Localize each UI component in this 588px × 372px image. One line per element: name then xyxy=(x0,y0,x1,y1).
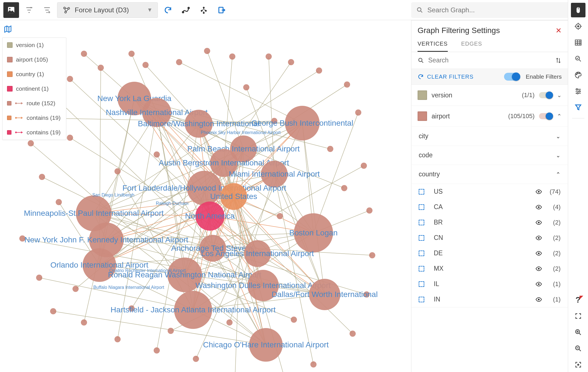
graph-node[interactable] xyxy=(344,81,350,88)
checkbox[interactable] xyxy=(419,297,424,302)
palette-button[interactable] xyxy=(571,68,585,82)
graph-node[interactable] xyxy=(341,185,347,191)
filter-toggle[interactable] xyxy=(539,113,552,119)
eye-icon[interactable] xyxy=(535,235,542,241)
graph-node[interactable] xyxy=(249,328,283,362)
graph-node[interactable] xyxy=(266,53,272,60)
tab-edges[interactable]: EDGES xyxy=(461,41,482,52)
filter-value-row[interactable]: DE (2) xyxy=(411,245,568,261)
refresh-icon[interactable] xyxy=(418,74,424,80)
help-button[interactable]: ?◤ xyxy=(571,293,585,307)
graph-node[interactable] xyxy=(36,275,42,281)
graph-node[interactable] xyxy=(195,202,224,231)
graph-node[interactable] xyxy=(67,76,73,82)
eye-icon[interactable] xyxy=(535,188,542,195)
checkbox[interactable] xyxy=(419,204,424,210)
graph-node[interactable] xyxy=(288,59,294,65)
graph-node[interactable] xyxy=(114,168,121,174)
legend-toggle-button[interactable] xyxy=(2,24,13,35)
checkbox[interactable] xyxy=(419,251,424,256)
filter-group-header[interactable]: version (1/1) ⌄ xyxy=(411,85,568,106)
graph-node[interactable] xyxy=(168,328,174,334)
filter-remove-button[interactable] xyxy=(21,2,37,18)
legend-item[interactable]: route (152) xyxy=(3,96,66,111)
graph-node[interactable] xyxy=(67,135,73,141)
graph-node[interactable] xyxy=(244,240,271,267)
graph-node[interactable] xyxy=(277,213,283,219)
graph-node[interactable] xyxy=(350,331,356,337)
graph-node[interactable] xyxy=(309,279,340,310)
graph-node[interactable] xyxy=(187,171,222,205)
sliders-button[interactable] xyxy=(571,84,585,99)
eye-icon[interactable] xyxy=(535,296,542,303)
graph-node[interactable] xyxy=(193,356,199,362)
graph-node[interactable] xyxy=(294,213,333,252)
locate-button[interactable] xyxy=(571,19,585,34)
legend-item[interactable]: contains (19) xyxy=(3,125,66,140)
graph-node[interactable] xyxy=(128,305,135,312)
graph-node[interactable] xyxy=(316,67,322,74)
filter-value-row[interactable]: CA (4) xyxy=(411,199,568,215)
graph-node[interactable] xyxy=(154,151,160,158)
filter-value-row[interactable]: IL (1) xyxy=(411,276,568,292)
eye-icon[interactable] xyxy=(535,204,542,210)
layout-selector[interactable]: Force Layout (D3) ▼ xyxy=(57,2,158,18)
eye-icon[interactable] xyxy=(535,250,542,257)
refresh-button[interactable] xyxy=(160,2,176,18)
filter-group-header[interactable]: airport (105/105) ⌃ xyxy=(411,106,568,127)
eye-icon[interactable] xyxy=(535,219,542,226)
filter-attribute[interactable]: country⌃ xyxy=(411,165,568,184)
curve-button[interactable] xyxy=(178,2,194,18)
tab-vertices[interactable]: VERTICES xyxy=(418,41,448,52)
table-button[interactable] xyxy=(571,35,585,50)
filter-add-button[interactable] xyxy=(39,2,55,18)
graph-node[interactable] xyxy=(185,110,213,138)
legend-item[interactable]: airport (105) xyxy=(3,52,66,67)
filter-toggle[interactable] xyxy=(539,92,552,98)
graph-node[interactable] xyxy=(285,106,320,141)
graph-node[interactable] xyxy=(114,336,121,342)
graph-node[interactable] xyxy=(243,84,249,90)
filter-value-row[interactable]: US (74) xyxy=(411,184,568,199)
graph-node[interactable] xyxy=(81,51,87,57)
filter-panel-button[interactable] xyxy=(571,100,585,115)
filter-value-row[interactable]: BR (2) xyxy=(411,215,568,230)
graph-node[interactable] xyxy=(369,252,375,258)
sort-icon[interactable] xyxy=(555,57,562,64)
checkbox[interactable] xyxy=(419,189,424,195)
graph-node[interactable] xyxy=(176,59,182,65)
fit-button[interactable] xyxy=(571,357,585,372)
legend-item[interactable]: country (1) xyxy=(3,67,66,81)
graph-node[interactable] xyxy=(39,174,45,180)
zoom-in-button[interactable] xyxy=(571,325,585,340)
graph-node[interactable] xyxy=(154,347,160,354)
graph-node[interactable] xyxy=(364,291,370,298)
graph-node[interactable] xyxy=(210,149,238,177)
filter-attribute[interactable]: city⌄ xyxy=(411,127,568,146)
graph-node[interactable] xyxy=(366,207,373,214)
graph-node[interactable] xyxy=(142,98,171,127)
legend-item[interactable]: continent (1) xyxy=(3,81,66,96)
graph-node[interactable] xyxy=(28,140,34,146)
graph-node[interactable] xyxy=(229,53,235,60)
search-magnify-button[interactable] xyxy=(571,52,585,66)
tree-button[interactable] xyxy=(196,2,212,18)
enable-filters-toggle[interactable] xyxy=(504,73,520,81)
legend-item[interactable]: version (1) xyxy=(3,38,66,52)
graph-node[interactable] xyxy=(167,258,202,292)
image-mode-button[interactable] xyxy=(3,2,19,18)
graph-node[interactable] xyxy=(199,235,226,262)
checkbox[interactable] xyxy=(419,220,424,225)
graph-node[interactable] xyxy=(361,163,367,169)
graph-node[interactable] xyxy=(226,319,233,326)
graph-node[interactable] xyxy=(72,286,79,292)
graph-node[interactable] xyxy=(310,361,317,368)
checkbox[interactable] xyxy=(419,281,424,287)
graph-node[interactable] xyxy=(355,109,361,116)
filter-value-row[interactable]: CN (2) xyxy=(411,230,568,245)
filter-value-row[interactable]: MX (2) xyxy=(411,261,568,276)
graph-node[interactable] xyxy=(327,146,333,152)
filter-search-input[interactable] xyxy=(428,57,551,64)
filter-value-row[interactable]: IN (1) xyxy=(411,292,568,307)
checkbox[interactable] xyxy=(419,235,424,241)
